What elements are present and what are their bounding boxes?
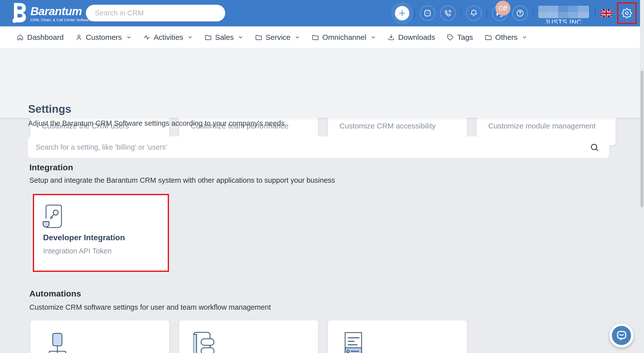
- user-name-redacted: [538, 6, 589, 18]
- help-button[interactable]: [512, 6, 528, 21]
- page-title: Settings: [28, 103, 72, 115]
- app-header: Barantum CRM, Chats, & Call Center Softw…: [0, 0, 640, 26]
- brand-tagline: CRM, Chats, & Call Center Software: [30, 18, 91, 22]
- barantum-logo-icon: [12, 3, 27, 25]
- chevron-down-icon: [295, 35, 300, 40]
- folder-icon: [204, 34, 212, 41]
- nav-tags[interactable]: Tags: [446, 33, 473, 42]
- chevron-down-icon: [370, 35, 376, 40]
- brand-logo[interactable]: Barantum CRM, Chats, & Call Center Softw…: [12, 3, 91, 25]
- user-company: JUSTS INC: [545, 18, 582, 24]
- user-menu[interactable]: JUSTS INC: [538, 0, 590, 26]
- phone-icon: [444, 9, 452, 18]
- gear-icon: [622, 8, 632, 19]
- org-chart-icon: [46, 332, 68, 353]
- scrollbar-track[interactable]: [640, 0, 644, 353]
- help-icon: [516, 9, 524, 18]
- automations-section-title: Automations: [29, 289, 81, 298]
- automations-section-subtitle: Customize CRM software settings for user…: [29, 303, 271, 311]
- call-center-toggle[interactable]: Off: [492, 6, 508, 21]
- settings-subheader: Settings Adjust the Barantum CRM Softwar…: [0, 49, 640, 118]
- nav-downloads[interactable]: Downloads: [388, 33, 435, 42]
- nav-activities[interactable]: Activities: [143, 33, 193, 42]
- uk-flag-icon[interactable]: [600, 9, 612, 17]
- live-chat-button[interactable]: [610, 323, 634, 347]
- developer-integration-title: Developer Integration: [43, 233, 125, 242]
- download-icon: [388, 34, 395, 41]
- integration-section-title: Integration: [29, 163, 73, 172]
- bell-icon: [469, 9, 478, 18]
- add-button[interactable]: [395, 6, 409, 21]
- chat-button[interactable]: [420, 6, 435, 21]
- divider: [486, 9, 487, 18]
- crm-search: [86, 5, 225, 22]
- search-icon[interactable]: [590, 142, 600, 152]
- automation-card-1[interactable]: [30, 320, 169, 353]
- nav-others[interactable]: Others: [484, 33, 527, 42]
- divider: [533, 9, 533, 18]
- settings-search-input[interactable]: [28, 136, 609, 158]
- chevron-down-icon: [238, 35, 243, 40]
- nav-dashboard[interactable]: Dashboard: [16, 33, 64, 42]
- automation-card-3[interactable]: [328, 320, 467, 353]
- notifications-button[interactable]: [466, 6, 482, 21]
- tag-icon: [446, 34, 454, 41]
- chevron-down-icon: [188, 35, 193, 40]
- page-subtitle: Adjust the Barantum CRM Software setting…: [28, 119, 285, 127]
- users-icon: [75, 34, 82, 41]
- divider: [414, 9, 415, 18]
- integration-section-subtitle: Setup and integrate the Barantum CRM sys…: [29, 176, 335, 184]
- folder-icon: [484, 34, 492, 41]
- developer-integration-card[interactable]: Developer Integration Integration API To…: [34, 195, 168, 271]
- divider: [460, 9, 461, 18]
- divider: [595, 9, 596, 18]
- developer-integration-subtitle: Integration API Token: [43, 247, 112, 255]
- brand-name: Barantum: [30, 5, 91, 18]
- scrollbar-thumb[interactable]: [640, 71, 644, 207]
- nav-sales[interactable]: Sales: [204, 33, 243, 42]
- home-icon: [16, 34, 24, 41]
- status-badge: Off: [496, 1, 510, 16]
- chat-bubble-smile-icon: [616, 330, 627, 341]
- settings-button[interactable]: [617, 2, 636, 24]
- nav-customers[interactable]: Customers: [75, 33, 132, 42]
- activity-icon: [143, 34, 150, 41]
- plus-icon: [398, 9, 406, 17]
- call-button[interactable]: [440, 6, 456, 21]
- settings-search: [28, 136, 609, 158]
- automation-card-2[interactable]: [179, 320, 318, 353]
- header-actions: Off JUSTS INC: [395, 0, 636, 26]
- chat-icon: [423, 9, 432, 18]
- form-document-icon: [344, 332, 362, 353]
- developer-integration-card-highlight: Developer Integration Integration API To…: [33, 194, 169, 272]
- nav-service[interactable]: Service: [255, 33, 300, 42]
- folder-icon: [255, 34, 262, 41]
- folder-icon: [312, 34, 319, 41]
- chevron-down-icon: [522, 35, 527, 40]
- binder-icon: [192, 331, 215, 353]
- nav-omnichannel[interactable]: Omnichannel: [312, 33, 376, 42]
- api-key-document-icon: [42, 204, 65, 229]
- main-nav: Dashboard Customers Activities Sales Ser…: [0, 26, 640, 49]
- chevron-down-icon: [126, 35, 132, 40]
- crm-search-input[interactable]: [86, 5, 225, 22]
